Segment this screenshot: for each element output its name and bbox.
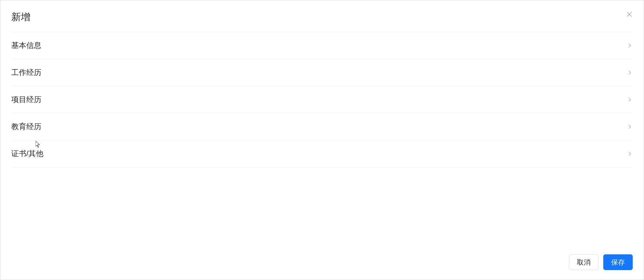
modal-title: 新增	[11, 11, 633, 24]
section-certificates-other[interactable]: 证书/其他	[11, 140, 633, 167]
section-basic-info[interactable]: 基本信息	[11, 32, 633, 59]
modal-footer: 取消 保存	[0, 247, 644, 280]
chevron-right-icon	[627, 124, 633, 130]
section-label: 项目经历	[11, 94, 41, 105]
chevron-right-icon	[627, 69, 633, 76]
section-label: 工作经历	[11, 67, 41, 78]
section-work-experience[interactable]: 工作经历	[11, 59, 633, 86]
chevron-right-icon	[627, 151, 633, 157]
save-button[interactable]: 保存	[603, 254, 633, 270]
modal-header: 新增	[0, 0, 644, 32]
section-label: 基本信息	[11, 40, 41, 51]
section-label: 教育经历	[11, 122, 41, 132]
chevron-right-icon	[627, 97, 633, 103]
section-education-experience[interactable]: 教育经历	[11, 113, 633, 140]
modal-body: 基本信息 工作经历 项目经历	[0, 32, 644, 247]
close-button[interactable]	[624, 10, 634, 20]
chevron-right-icon	[627, 42, 633, 49]
close-icon	[626, 11, 633, 19]
section-list: 基本信息 工作经历 项目经历	[11, 32, 633, 167]
section-project-experience[interactable]: 项目经历	[11, 86, 633, 113]
section-label: 证书/其他	[11, 149, 43, 159]
modal-dialog: 新增 基本信息 工作经历	[0, 0, 644, 280]
cancel-button[interactable]: 取消	[569, 254, 598, 270]
